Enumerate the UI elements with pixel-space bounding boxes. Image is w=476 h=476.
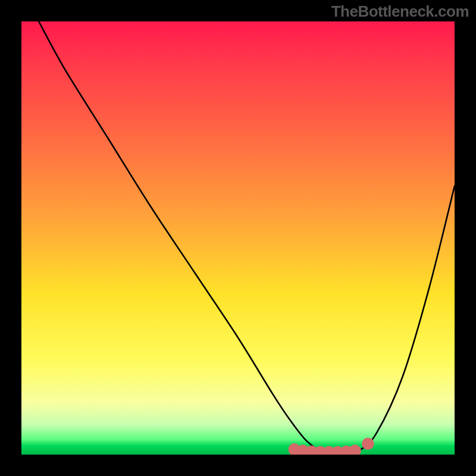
watermark-text: TheBottleneck.com: [331, 2, 469, 21]
optimal-marker: [349, 444, 361, 455]
plot-area: [21, 21, 455, 455]
chart-overlay: [21, 21, 455, 455]
chart-frame: TheBottleneck.com: [0, 0, 476, 476]
optimal-marker: [362, 438, 374, 450]
optimal-band-markers: [288, 438, 374, 455]
bottleneck-curve: [39, 21, 455, 453]
